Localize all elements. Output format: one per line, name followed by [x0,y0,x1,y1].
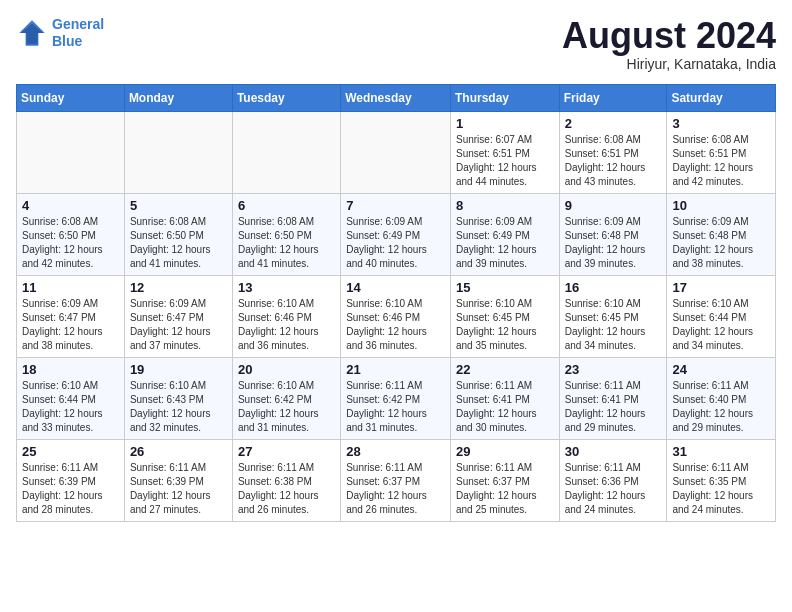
day-info: Sunrise: 6:09 AM Sunset: 6:48 PM Dayligh… [672,215,770,271]
calendar-table: SundayMondayTuesdayWednesdayThursdayFrid… [16,84,776,522]
day-number: 3 [672,116,770,131]
day-number: 15 [456,280,554,295]
day-info: Sunrise: 6:09 AM Sunset: 6:47 PM Dayligh… [22,297,119,353]
title-area: August 2024 Hiriyur, Karnataka, India [562,16,776,72]
day-number: 18 [22,362,119,377]
day-number: 29 [456,444,554,459]
day-number: 1 [456,116,554,131]
day-cell: 12Sunrise: 6:09 AM Sunset: 6:47 PM Dayli… [124,275,232,357]
day-cell: 9Sunrise: 6:09 AM Sunset: 6:48 PM Daylig… [559,193,667,275]
day-cell: 23Sunrise: 6:11 AM Sunset: 6:41 PM Dayli… [559,357,667,439]
column-header-saturday: Saturday [667,84,776,111]
day-number: 4 [22,198,119,213]
day-cell [232,111,340,193]
day-info: Sunrise: 6:09 AM Sunset: 6:48 PM Dayligh… [565,215,662,271]
day-info: Sunrise: 6:11 AM Sunset: 6:42 PM Dayligh… [346,379,445,435]
day-info: Sunrise: 6:08 AM Sunset: 6:51 PM Dayligh… [672,133,770,189]
day-cell: 8Sunrise: 6:09 AM Sunset: 6:49 PM Daylig… [450,193,559,275]
day-info: Sunrise: 6:10 AM Sunset: 6:46 PM Dayligh… [238,297,335,353]
day-number: 13 [238,280,335,295]
month-title: August 2024 [562,16,776,56]
day-info: Sunrise: 6:11 AM Sunset: 6:37 PM Dayligh… [346,461,445,517]
day-info: Sunrise: 6:09 AM Sunset: 6:49 PM Dayligh… [456,215,554,271]
day-number: 30 [565,444,662,459]
day-info: Sunrise: 6:08 AM Sunset: 6:50 PM Dayligh… [130,215,227,271]
day-cell: 19Sunrise: 6:10 AM Sunset: 6:43 PM Dayli… [124,357,232,439]
week-row-3: 11Sunrise: 6:09 AM Sunset: 6:47 PM Dayli… [17,275,776,357]
day-number: 27 [238,444,335,459]
column-header-thursday: Thursday [450,84,559,111]
day-number: 22 [456,362,554,377]
day-cell: 16Sunrise: 6:10 AM Sunset: 6:45 PM Dayli… [559,275,667,357]
day-number: 24 [672,362,770,377]
day-info: Sunrise: 6:11 AM Sunset: 6:39 PM Dayligh… [130,461,227,517]
day-cell: 21Sunrise: 6:11 AM Sunset: 6:42 PM Dayli… [341,357,451,439]
day-info: Sunrise: 6:11 AM Sunset: 6:36 PM Dayligh… [565,461,662,517]
day-cell [341,111,451,193]
location: Hiriyur, Karnataka, India [562,56,776,72]
day-cell: 31Sunrise: 6:11 AM Sunset: 6:35 PM Dayli… [667,439,776,521]
day-cell: 20Sunrise: 6:10 AM Sunset: 6:42 PM Dayli… [232,357,340,439]
day-number: 2 [565,116,662,131]
day-info: Sunrise: 6:09 AM Sunset: 6:49 PM Dayligh… [346,215,445,271]
day-cell: 6Sunrise: 6:08 AM Sunset: 6:50 PM Daylig… [232,193,340,275]
day-info: Sunrise: 6:08 AM Sunset: 6:50 PM Dayligh… [238,215,335,271]
day-info: Sunrise: 6:10 AM Sunset: 6:44 PM Dayligh… [672,297,770,353]
column-header-wednesday: Wednesday [341,84,451,111]
day-cell: 26Sunrise: 6:11 AM Sunset: 6:39 PM Dayli… [124,439,232,521]
logo-icon [16,17,48,49]
day-cell: 2Sunrise: 6:08 AM Sunset: 6:51 PM Daylig… [559,111,667,193]
day-number: 6 [238,198,335,213]
day-number: 8 [456,198,554,213]
column-header-sunday: Sunday [17,84,125,111]
day-number: 11 [22,280,119,295]
day-cell: 17Sunrise: 6:10 AM Sunset: 6:44 PM Dayli… [667,275,776,357]
day-cell: 11Sunrise: 6:09 AM Sunset: 6:47 PM Dayli… [17,275,125,357]
day-number: 19 [130,362,227,377]
day-info: Sunrise: 6:10 AM Sunset: 6:42 PM Dayligh… [238,379,335,435]
week-row-1: 1Sunrise: 6:07 AM Sunset: 6:51 PM Daylig… [17,111,776,193]
day-number: 20 [238,362,335,377]
day-info: Sunrise: 6:11 AM Sunset: 6:40 PM Dayligh… [672,379,770,435]
day-cell: 24Sunrise: 6:11 AM Sunset: 6:40 PM Dayli… [667,357,776,439]
day-info: Sunrise: 6:07 AM Sunset: 6:51 PM Dayligh… [456,133,554,189]
day-number: 5 [130,198,227,213]
day-number: 12 [130,280,227,295]
column-header-tuesday: Tuesday [232,84,340,111]
day-info: Sunrise: 6:10 AM Sunset: 6:45 PM Dayligh… [565,297,662,353]
day-info: Sunrise: 6:09 AM Sunset: 6:47 PM Dayligh… [130,297,227,353]
day-number: 14 [346,280,445,295]
day-cell: 4Sunrise: 6:08 AM Sunset: 6:50 PM Daylig… [17,193,125,275]
day-cell: 15Sunrise: 6:10 AM Sunset: 6:45 PM Dayli… [450,275,559,357]
day-info: Sunrise: 6:10 AM Sunset: 6:43 PM Dayligh… [130,379,227,435]
day-cell: 22Sunrise: 6:11 AM Sunset: 6:41 PM Dayli… [450,357,559,439]
day-cell: 5Sunrise: 6:08 AM Sunset: 6:50 PM Daylig… [124,193,232,275]
day-cell: 13Sunrise: 6:10 AM Sunset: 6:46 PM Dayli… [232,275,340,357]
day-info: Sunrise: 6:08 AM Sunset: 6:50 PM Dayligh… [22,215,119,271]
day-info: Sunrise: 6:11 AM Sunset: 6:38 PM Dayligh… [238,461,335,517]
day-cell: 1Sunrise: 6:07 AM Sunset: 6:51 PM Daylig… [450,111,559,193]
day-cell: 10Sunrise: 6:09 AM Sunset: 6:48 PM Dayli… [667,193,776,275]
day-cell: 3Sunrise: 6:08 AM Sunset: 6:51 PM Daylig… [667,111,776,193]
day-number: 7 [346,198,445,213]
week-row-5: 25Sunrise: 6:11 AM Sunset: 6:39 PM Dayli… [17,439,776,521]
day-cell: 14Sunrise: 6:10 AM Sunset: 6:46 PM Dayli… [341,275,451,357]
day-cell: 27Sunrise: 6:11 AM Sunset: 6:38 PM Dayli… [232,439,340,521]
header-row: SundayMondayTuesdayWednesdayThursdayFrid… [17,84,776,111]
page-header: General Blue August 2024 Hiriyur, Karnat… [16,16,776,72]
day-info: Sunrise: 6:11 AM Sunset: 6:37 PM Dayligh… [456,461,554,517]
day-cell [17,111,125,193]
day-info: Sunrise: 6:11 AM Sunset: 6:41 PM Dayligh… [456,379,554,435]
day-number: 31 [672,444,770,459]
day-info: Sunrise: 6:11 AM Sunset: 6:41 PM Dayligh… [565,379,662,435]
day-cell: 29Sunrise: 6:11 AM Sunset: 6:37 PM Dayli… [450,439,559,521]
day-number: 23 [565,362,662,377]
logo: General Blue [16,16,104,50]
day-number: 28 [346,444,445,459]
day-info: Sunrise: 6:10 AM Sunset: 6:45 PM Dayligh… [456,297,554,353]
day-cell: 28Sunrise: 6:11 AM Sunset: 6:37 PM Dayli… [341,439,451,521]
day-number: 10 [672,198,770,213]
week-row-4: 18Sunrise: 6:10 AM Sunset: 6:44 PM Dayli… [17,357,776,439]
day-cell: 25Sunrise: 6:11 AM Sunset: 6:39 PM Dayli… [17,439,125,521]
day-number: 25 [22,444,119,459]
